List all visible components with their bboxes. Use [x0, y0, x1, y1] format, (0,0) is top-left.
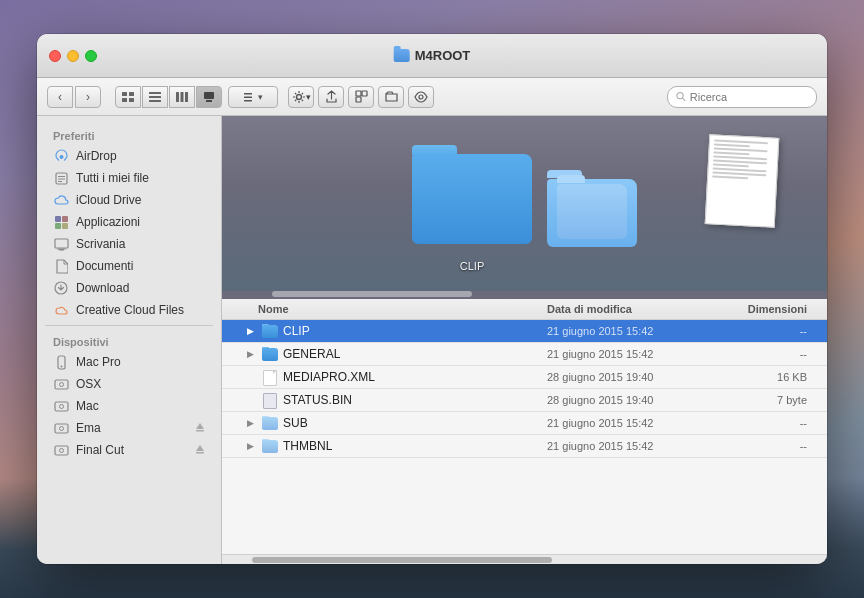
svg-rect-3	[129, 98, 134, 102]
view-columns-button[interactable]	[169, 86, 195, 108]
expand-thmbnl[interactable]: ▶	[242, 438, 258, 454]
preview-scrollbar[interactable]	[222, 291, 827, 299]
folder-icon-clip	[262, 324, 278, 338]
arrange-icon	[244, 92, 256, 102]
svg-rect-8	[181, 92, 184, 102]
file-row-status[interactable]: STATUS.BIN 28 giugno 2015 19:40 7 byte	[222, 389, 827, 412]
preview-folder-label: CLIP	[460, 260, 484, 272]
sidebar-item-desktop[interactable]: Scrivania	[41, 233, 217, 255]
header-date[interactable]: Data di modifica	[547, 303, 727, 315]
sidebar-item-creative-cloud[interactable]: Creative Cloud Files	[41, 299, 217, 321]
arrange-button[interactable]: ▾	[228, 86, 278, 108]
svg-rect-11	[206, 100, 212, 102]
downloads-icon	[53, 280, 69, 296]
svg-point-19	[419, 95, 423, 99]
forward-button[interactable]: ›	[75, 86, 101, 108]
sidebar-item-mac-pro[interactable]: Mac Pro	[41, 351, 217, 373]
search-icon	[676, 91, 686, 102]
sidebar-item-downloads[interactable]: Download	[41, 277, 217, 299]
preview-main-folder[interactable]: CLIP	[412, 154, 532, 254]
sidebar-item-icloud[interactable]: iCloud Drive	[41, 189, 217, 211]
folder-icon-general	[262, 347, 278, 361]
file-row-mediapro[interactable]: MEDIAPRO.XML 28 giugno 2015 19:40 16 KB	[222, 366, 827, 389]
tag-button[interactable]	[348, 86, 374, 108]
minimize-button[interactable]	[67, 50, 79, 62]
icon-view-icon	[122, 92, 134, 102]
document-preview	[705, 134, 780, 228]
search-input[interactable]	[690, 91, 808, 103]
gear-dropdown-icon: ▾	[306, 92, 311, 102]
final-cut-label: Final Cut	[76, 443, 124, 457]
bottom-scrollbar[interactable]	[222, 554, 827, 564]
xml-icon-mediapro	[262, 370, 278, 384]
downloads-label: Download	[76, 281, 129, 295]
sidebar-item-airdrop[interactable]: AirDrop	[41, 145, 217, 167]
mac-pro-label: Mac Pro	[76, 355, 121, 369]
svg-rect-28	[55, 223, 61, 229]
maximize-button[interactable]	[85, 50, 97, 62]
sidebar-divider-1	[45, 325, 213, 326]
window-title: M4ROOT	[415, 48, 471, 63]
window-title-area: M4ROOT	[394, 48, 471, 63]
action-buttons: ▾	[288, 86, 434, 108]
new-folder-button[interactable]	[378, 86, 404, 108]
ema-eject-button[interactable]	[195, 422, 205, 434]
file-row-thmbnl[interactable]: ▶ THMBNL 21 giugno 2015 15:42 --	[222, 435, 827, 458]
share-button[interactable]	[318, 86, 344, 108]
applications-label: Applicazioni	[76, 215, 140, 229]
search-bar[interactable]	[667, 86, 817, 108]
header-name[interactable]: Nome	[258, 303, 547, 315]
file-row-sub[interactable]: ▶ SUB 21 giugno 2015 15:42 --	[222, 412, 827, 435]
sidebar-item-osx[interactable]: OSX	[41, 373, 217, 395]
tag-icon	[355, 90, 368, 103]
view-cover-button[interactable]	[196, 86, 222, 108]
nav-buttons: ‹ ›	[47, 86, 101, 108]
svg-rect-40	[55, 424, 68, 433]
svg-rect-29	[62, 223, 68, 229]
view-list-button[interactable]	[142, 86, 168, 108]
svg-point-35	[60, 365, 62, 367]
view-icon-button[interactable]	[115, 86, 141, 108]
expand-status	[242, 392, 258, 408]
svg-rect-1	[129, 92, 134, 96]
file-date-thmbnl: 21 giugno 2015 15:42	[547, 440, 727, 452]
file-date-mediapro: 28 giugno 2015 19:40	[547, 371, 727, 383]
preview-panel: CLIP	[222, 116, 827, 291]
file-row-general[interactable]: ▶ GENERAL 21 giugno 2015 15:42 --	[222, 343, 827, 366]
sidebar-item-mac[interactable]: Mac	[41, 395, 217, 417]
preview-button[interactable]	[408, 86, 434, 108]
back-button[interactable]: ‹	[47, 86, 73, 108]
final-cut-eject-button[interactable]	[195, 444, 205, 456]
expand-clip[interactable]: ▶	[242, 323, 258, 339]
svg-rect-4	[149, 92, 161, 94]
expand-general[interactable]: ▶	[242, 346, 258, 362]
sidebar-item-applications[interactable]: Applicazioni	[41, 211, 217, 233]
sidebar-item-final-cut[interactable]: Final Cut	[41, 439, 217, 461]
sidebar-item-documents[interactable]: Documenti	[41, 255, 217, 277]
svg-marker-42	[196, 423, 204, 429]
sidebar-item-ema[interactable]: Ema	[41, 417, 217, 439]
mac-pro-icon	[53, 354, 69, 370]
folder-icon-thmbnl	[262, 439, 278, 453]
file-size-clip: --	[727, 325, 807, 337]
file-row-clip[interactable]: ▶ CLIP 21 giugno 2015 15:42 --	[222, 320, 827, 343]
preview-scrollbar-thumb[interactable]	[272, 291, 472, 297]
close-button[interactable]	[49, 50, 61, 62]
main-area: Preferiti AirDrop	[37, 116, 827, 564]
bottom-scrollbar-thumb[interactable]	[252, 557, 552, 563]
expand-sub[interactable]: ▶	[242, 415, 258, 431]
osx-disk-icon	[53, 376, 69, 392]
svg-rect-30	[55, 239, 68, 248]
file-size-general: --	[727, 348, 807, 360]
applications-icon	[53, 214, 69, 230]
file-name-mediapro: MEDIAPRO.XML	[283, 370, 547, 384]
svg-rect-10	[204, 92, 214, 99]
sidebar-item-all-files[interactable]: Tutti i miei file	[41, 167, 217, 189]
preview-tertiary-folder	[557, 184, 647, 259]
expand-mediapro	[242, 369, 258, 385]
action-gear-button[interactable]: ▾	[288, 86, 314, 108]
header-size[interactable]: Dimensioni	[727, 303, 807, 315]
all-files-label: Tutti i miei file	[76, 171, 149, 185]
all-files-icon	[53, 170, 69, 186]
content-area: CLIP	[222, 116, 827, 564]
